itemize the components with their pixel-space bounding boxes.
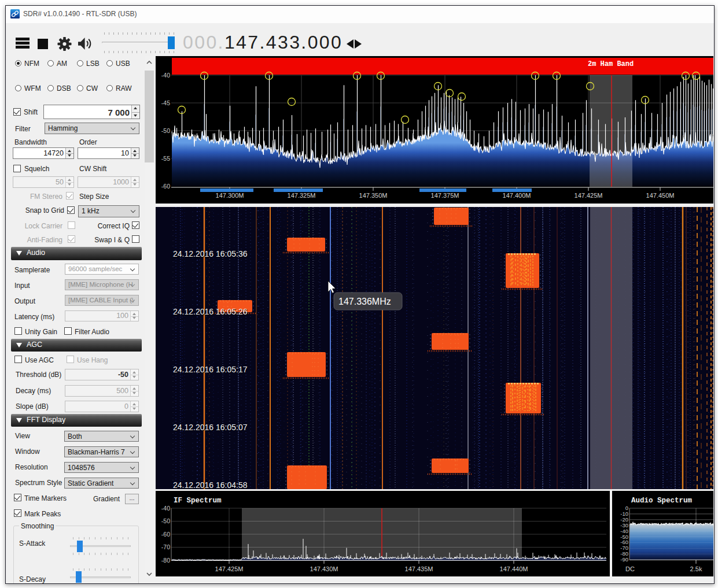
svg-text:-50: -50 — [161, 127, 170, 134]
svg-text:-55: -55 — [161, 155, 170, 162]
svg-text:-40: -40 — [161, 72, 170, 79]
svg-text:147.325M: 147.325M — [288, 192, 316, 199]
svg-text:147.336MHz: 147.336MHz — [338, 297, 391, 306]
svg-text:24.12.2016 16:05:26: 24.12.2016 16:05:26 — [173, 307, 248, 316]
svg-text:147.440M: 147.440M — [500, 565, 528, 572]
svg-text:-70: -70 — [161, 543, 170, 550]
svg-text:24.12.2016 16:05:07: 24.12.2016 16:05:07 — [173, 423, 248, 432]
svg-text:-80: -80 — [161, 557, 170, 564]
svg-text:DC: DC — [625, 565, 635, 572]
svg-text:147.350M: 147.350M — [359, 192, 388, 199]
svg-text:-90: -90 — [620, 556, 628, 563]
svg-text:2.5k: 2.5k — [690, 565, 702, 572]
svg-text:147.375M: 147.375M — [431, 192, 459, 199]
svg-text:147.450M: 147.450M — [646, 192, 675, 199]
svg-text:147.430M: 147.430M — [310, 565, 338, 572]
svg-text:-60: -60 — [161, 531, 170, 538]
svg-text:IF Spectrum: IF Spectrum — [174, 497, 222, 505]
svg-text:-40: -40 — [161, 505, 170, 512]
svg-text:24.12.2016 16:05:36: 24.12.2016 16:05:36 — [173, 249, 248, 258]
svg-text:147.400M: 147.400M — [503, 192, 531, 199]
svg-text:24.12.2016 16:04:58: 24.12.2016 16:04:58 — [173, 480, 248, 489]
svg-text:-60: -60 — [161, 183, 170, 190]
svg-text:-45: -45 — [161, 99, 170, 106]
svg-text:147.425M: 147.425M — [575, 192, 603, 199]
svg-text:147.300M: 147.300M — [216, 192, 244, 199]
svg-text:147.425M: 147.425M — [215, 565, 244, 572]
svg-text:147.435M: 147.435M — [405, 565, 433, 572]
svg-text:Audio Spectrum: Audio Spectrum — [631, 497, 693, 505]
svg-text:-50: -50 — [161, 517, 170, 524]
svg-text:2m Ham Band: 2m Ham Band — [588, 60, 634, 68]
svg-text:24.12.2016 16:05:17: 24.12.2016 16:05:17 — [173, 365, 248, 374]
